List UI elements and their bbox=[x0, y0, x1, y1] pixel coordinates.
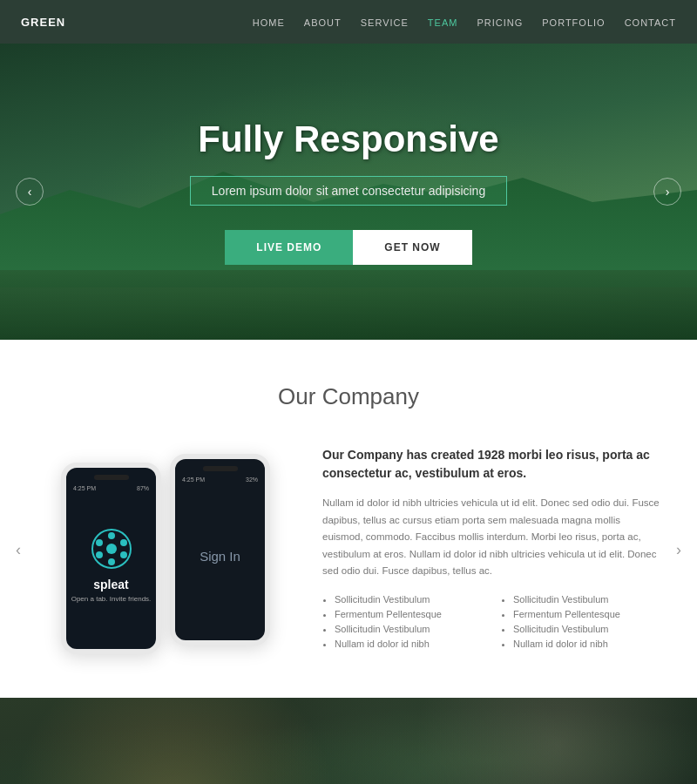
live-demo-button[interactable]: LIVE DEMO bbox=[225, 230, 353, 265]
phones-container: 4:25 PM 87% spleat bbox=[35, 445, 296, 654]
svg-point-2 bbox=[108, 532, 115, 539]
company-carousel-next[interactable]: › bbox=[669, 540, 688, 559]
nav-item-contact[interactable]: CONTACT bbox=[625, 14, 676, 30]
svg-point-4 bbox=[96, 539, 103, 546]
nav-item-home[interactable]: HOME bbox=[253, 14, 285, 30]
phone-left-app-name: spleat bbox=[93, 578, 128, 591]
company-heading: Our Company has created 1928 morbi leo r… bbox=[322, 446, 662, 483]
company-list-right: Sollicitudin Vestibulum Fermentum Pellen… bbox=[501, 594, 662, 653]
hero-content: Fully Responsive Lorem ipsum dolor sit a… bbox=[190, 118, 507, 265]
company-paragraph: Nullam id dolor id nibh ultricies vehicu… bbox=[322, 495, 662, 580]
nav-item-service[interactable]: SERVICE bbox=[361, 14, 409, 30]
company-text: Our Company has created 1928 morbi leo r… bbox=[322, 446, 662, 653]
site-logo: GREEN bbox=[21, 16, 65, 29]
company-list-left: Sollicitudin Vestibulum Fermentum Pellen… bbox=[322, 594, 484, 653]
photo-section-background bbox=[0, 698, 697, 784]
list-item: Fermentum Pellentesque bbox=[335, 609, 484, 619]
list-item: Sollicitudin Vestibulum bbox=[513, 594, 662, 605]
photo-section: Nunc velit risus, dapibus non interdum q… bbox=[0, 698, 697, 784]
nav-item-pricing[interactable]: PRICING bbox=[477, 14, 523, 30]
phone-left-tagline: Open a tab. Invite friends. bbox=[71, 595, 152, 603]
company-lists: Sollicitudin Vestibulum Fermentum Pellen… bbox=[322, 594, 662, 653]
list-item: Fermentum Pellentesque bbox=[513, 609, 662, 619]
get-now-button[interactable]: GET NOW bbox=[353, 230, 471, 265]
svg-point-7 bbox=[120, 551, 127, 558]
company-carousel-prev[interactable]: ‹ bbox=[9, 540, 28, 559]
company-section: Our Company ‹ 4:25 PM 87% bbox=[0, 340, 697, 698]
navigation: GREEN HOME ABOUT SERVICE TEAM PRICING PO… bbox=[0, 0, 697, 44]
nav-item-portfolio[interactable]: PORTFOLIO bbox=[542, 14, 605, 30]
phone-right-screen: Sign In bbox=[175, 459, 265, 640]
svg-point-5 bbox=[120, 539, 127, 546]
list-item: Sollicitudin Vestibulum bbox=[335, 594, 484, 605]
svg-point-6 bbox=[96, 551, 103, 558]
list-item: Nullam id dolor id nibh bbox=[513, 639, 662, 649]
hero-next-arrow[interactable]: › bbox=[653, 178, 681, 206]
hero-subtitle: Lorem ipsum dolor sit amet consectetur a… bbox=[190, 176, 507, 206]
phone-right-signin: Sign In bbox=[200, 549, 240, 564]
list-item: Sollicitudin Vestibulum bbox=[513, 624, 662, 634]
nav-item-about[interactable]: ABOUT bbox=[304, 14, 342, 30]
svg-point-3 bbox=[108, 558, 115, 565]
hero-title: Fully Responsive bbox=[190, 118, 507, 160]
hero-section: ‹ Fully Responsive Lorem ipsum dolor sit… bbox=[0, 44, 697, 340]
list-item: Nullam id dolor id nibh bbox=[335, 639, 484, 649]
phone-right: 4:25 PM 32% Sign In bbox=[170, 454, 270, 645]
phone-left-screen: spleat Open a tab. Invite friends. bbox=[66, 468, 156, 649]
hero-prev-arrow[interactable]: ‹ bbox=[16, 178, 44, 206]
nav-links: HOME ABOUT SERVICE TEAM PRICING PORTFOLI… bbox=[253, 14, 676, 30]
hero-buttons: LIVE DEMO GET NOW bbox=[190, 230, 507, 265]
list-item: Sollicitudin Vestibulum bbox=[335, 624, 484, 634]
spleat-icon bbox=[90, 527, 133, 571]
company-inner: ‹ 4:25 PM 87% bbox=[0, 445, 697, 654]
phone-left: 4:25 PM 87% spleat bbox=[61, 463, 161, 654]
company-section-title: Our Company bbox=[0, 383, 697, 410]
svg-point-1 bbox=[106, 544, 117, 554]
nav-item-team[interactable]: TEAM bbox=[428, 14, 458, 30]
